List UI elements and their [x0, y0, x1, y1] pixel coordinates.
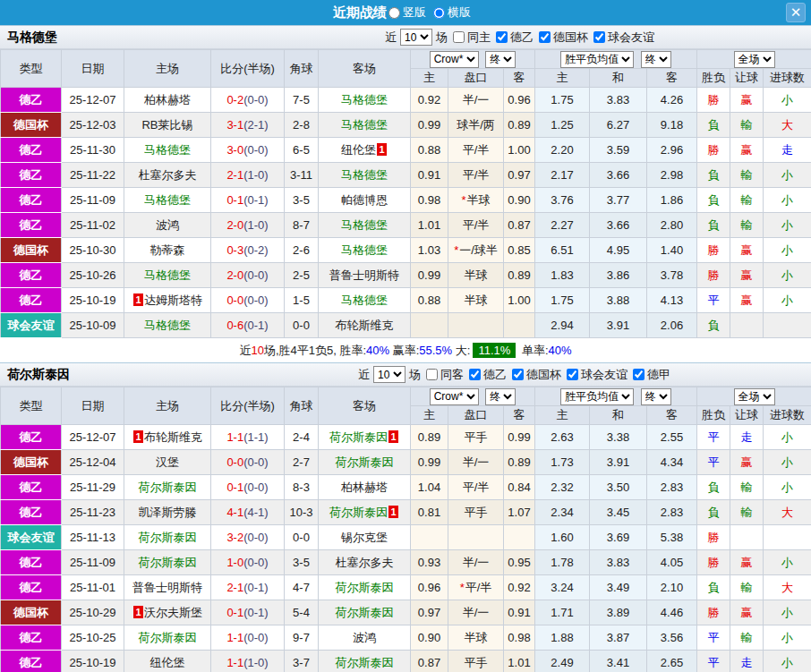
match-score: 2-0(1-0) — [211, 213, 285, 238]
away-team: 马格德堡 — [319, 113, 411, 138]
result-handicap: 走 — [730, 651, 764, 672]
col-away: 客场 — [319, 387, 411, 425]
handicap-line: 半/一 — [448, 450, 504, 475]
match-date: 25-10-19 — [62, 651, 124, 672]
col-away: 客场 — [319, 50, 411, 88]
result-winloss: 平 — [697, 450, 730, 475]
league-option-3[interactable]: 德甲 — [633, 367, 672, 383]
avg-type-select[interactable]: 胜平负均值 — [560, 51, 634, 68]
avg-lose: 2.98 — [647, 163, 697, 188]
summary-part: 10 — [251, 344, 263, 357]
promotion-badge: 1 — [133, 293, 143, 306]
match-date: 25-12-04 — [62, 450, 124, 475]
result-goals: 走 — [764, 138, 811, 163]
odds-away: 0.89 — [504, 263, 535, 288]
odds-time-select[interactable]: 终 — [485, 388, 516, 405]
league-checkbox-2[interactable] — [567, 369, 578, 380]
corner-score: 10-3 — [285, 500, 319, 525]
avg-lose: 1.86 — [647, 188, 697, 213]
league-checkbox-0[interactable] — [496, 31, 508, 43]
corner-score: 8-3 — [285, 475, 319, 500]
col-goals: 进球数 — [764, 406, 811, 425]
handicap-line: 半/一 — [448, 550, 504, 575]
match-date: 25-10-09 — [62, 313, 124, 338]
match-type-badge: 德乙 — [1, 475, 62, 500]
result-winloss: 勝 — [697, 88, 730, 113]
odds-source-select[interactable]: Crow* — [430, 388, 479, 405]
league-checkbox-2[interactable] — [593, 31, 605, 43]
result-winloss: 勝 — [697, 263, 730, 288]
match-type-badge: 德乙 — [1, 288, 62, 313]
match-date: 25-11-30 — [62, 138, 124, 163]
horizontal-radio[interactable] — [433, 7, 445, 19]
result-handicap: 輸 — [730, 625, 764, 651]
avg-time-select[interactable]: 终 — [641, 51, 671, 68]
team-section-magdeburg: 马格德堡 近10场同主德乙德国杯球会友谊 类型 日期 主场 比分(半场) 角球 … — [0, 25, 811, 362]
avg-draw: 3.89 — [590, 600, 647, 625]
avg-lose: 4.26 — [647, 88, 697, 113]
table-row: 德乙25-12-071布轮斯维克1-1(1-1)2-4荷尔斯泰因10.89平手0… — [1, 425, 811, 450]
scope-select[interactable]: 全场 — [734, 388, 775, 405]
avg-draw: 3.50 — [590, 475, 647, 500]
league-option-2[interactable]: 球会友谊 — [593, 30, 656, 46]
result-winloss: 勝 — [697, 600, 730, 625]
table-row: 德乙25-11-30马格德堡3-0(0-0)6-5纽伦堡10.88平/半1.00… — [1, 138, 811, 163]
away-team: 荷尔斯泰因1 — [319, 425, 411, 450]
league-option-2[interactable]: 球会友谊 — [567, 367, 629, 383]
result-handicap: 輸 — [730, 213, 764, 238]
league-option-1[interactable]: 德国杯 — [512, 367, 563, 383]
league-option-1[interactable]: 德国杯 — [539, 30, 590, 46]
match-type-badge: 德乙 — [1, 138, 62, 163]
league-checkbox-0[interactable] — [469, 369, 481, 380]
col-odds-home: 主 — [411, 69, 448, 88]
match-count-select[interactable]: 10 — [400, 29, 432, 46]
league-checkbox-1[interactable] — [539, 31, 551, 43]
promotion-badge: 1 — [377, 143, 387, 156]
match-type-badge: 德乙 — [1, 188, 62, 213]
corner-score: 3-11 — [285, 163, 319, 188]
avg-time-select[interactable]: 终 — [641, 388, 671, 405]
handicap-line: *一/球半 — [448, 238, 504, 263]
match-type-badge: 德国杯 — [1, 113, 62, 138]
match-type-badge: 德乙 — [1, 550, 62, 575]
team-section-holstein: 荷尔斯泰因 近10场同客德乙德国杯球会友谊德甲 类型 日期 主场 比分(半场) … — [0, 362, 811, 672]
odds-home: 0.99 — [411, 450, 448, 475]
layout-option-horizontal[interactable]: 横版 — [433, 4, 471, 21]
league-checkbox-1[interactable] — [512, 369, 524, 380]
vertical-radio[interactable] — [388, 7, 400, 19]
same-venue-checkbox[interactable] — [426, 369, 438, 380]
league-checkbox-3[interactable] — [633, 369, 645, 380]
avg-lose: 2.83 — [647, 475, 697, 500]
away-team: 纽伦堡1 — [319, 138, 411, 163]
scope-select[interactable]: 全场 — [734, 51, 775, 68]
league-option-0[interactable]: 德乙 — [496, 30, 535, 46]
avg-win: 3.76 — [535, 188, 590, 213]
match-score: 0-1(0-1) — [211, 188, 285, 213]
result-handicap: 赢 — [730, 263, 764, 288]
avg-type-select[interactable]: 胜平负均值 — [560, 388, 634, 405]
match-count-select[interactable]: 10 — [373, 366, 406, 383]
league-option-0[interactable]: 德乙 — [469, 367, 508, 383]
same-venue-option[interactable]: 同客 — [426, 367, 465, 383]
same-venue-option[interactable]: 同主 — [453, 30, 492, 46]
odds-away: 1.01 — [504, 651, 535, 672]
same-venue-checkbox[interactable] — [453, 31, 465, 43]
close-button[interactable]: ✕ — [786, 3, 806, 22]
odds-time-select[interactable]: 终 — [485, 51, 516, 68]
layout-option-vertical[interactable]: 竖版 — [388, 4, 426, 21]
odds-away: 0.97 — [504, 163, 535, 188]
avg-lose: 5.38 — [647, 525, 697, 550]
handicap-line: 半球 — [448, 263, 504, 288]
col-score: 比分(半场) — [211, 387, 285, 425]
match-date: 25-10-19 — [62, 288, 124, 313]
odds-source-select[interactable]: Crow* — [430, 51, 479, 68]
odds-home — [411, 525, 448, 550]
avg-win: 2.27 — [535, 213, 590, 238]
avg-lose: 4.13 — [647, 288, 697, 313]
table-row: 德乙25-11-29荷尔斯泰因0-1(0-0)8-3柏林赫塔1.04平/半0.8… — [1, 475, 811, 500]
match-date: 25-11-09 — [62, 550, 124, 575]
match-type-badge: 德乙 — [1, 213, 62, 238]
avg-draw: 3.69 — [590, 525, 647, 550]
match-score: 0-0(0-0) — [211, 450, 285, 475]
match-type-badge: 德乙 — [1, 500, 62, 525]
